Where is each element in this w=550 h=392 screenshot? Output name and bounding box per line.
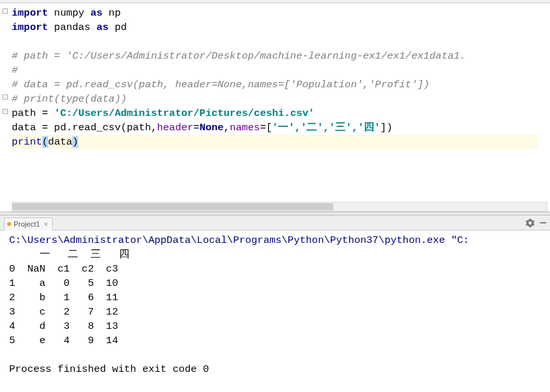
minimize-icon[interactable]: — (540, 217, 546, 229)
fold-gutter: - - - (0, 6, 9, 143)
comment-line: # (12, 64, 18, 76)
keyword-as: as (90, 7, 103, 19)
module-name: pandas (48, 21, 96, 33)
builtin-print: print (12, 136, 42, 148)
code-text: ]) (380, 122, 392, 133)
fold-marker-icon[interactable]: - (3, 109, 8, 114)
matched-paren: ( (42, 136, 48, 148)
code-text: =[ (260, 122, 272, 133)
tab-label: Project1 (14, 220, 40, 228)
output-row: 4 d 3 8 13 (9, 320, 118, 332)
keyword-import: import (12, 7, 48, 19)
output-row: 5 e 4 9 14 (9, 335, 118, 346)
run-status-dot-icon (7, 222, 11, 226)
alias-name: np (103, 7, 121, 19)
run-tab[interactable]: Project1 × (4, 217, 53, 231)
gear-icon[interactable] (526, 219, 534, 227)
console-output[interactable]: C:\Users\Administrator\AppData\Local\Pro… (0, 231, 550, 392)
scrollbar-thumb[interactable] (12, 203, 333, 210)
exit-message: Process finished with exit code 0 (9, 363, 209, 375)
code-text: path = (12, 107, 54, 119)
code-content[interactable]: import numpy as np import pandas as pd #… (0, 6, 550, 149)
param-name: header (157, 122, 193, 133)
string-literal: '一','二','三','四' (272, 122, 380, 133)
alias-name: pd (109, 21, 127, 33)
matched-paren: ) (72, 136, 78, 148)
fold-marker-icon[interactable]: - (3, 94, 8, 100)
module-name: numpy (48, 7, 90, 19)
code-text: , (224, 122, 230, 133)
output-row: 1 a 0 5 10 (9, 277, 118, 289)
none-literal: None (199, 122, 223, 133)
horizontal-scrollbar[interactable] (12, 202, 547, 212)
close-icon[interactable]: × (44, 220, 48, 228)
string-literal: 'C:/Users/Administrator/Pictures/ceshi.c… (54, 107, 314, 119)
code-text: = (193, 122, 199, 133)
code-editor[interactable]: - - - import numpy as np import pandas a… (0, 3, 550, 212)
keyword-as: as (96, 21, 109, 33)
current-line-highlight: print(data) (12, 135, 538, 149)
interpreter-path: C:\Users\Administrator\AppData\Local\Pro… (9, 234, 469, 246)
code-text: data = pd.read_csv(path, (12, 122, 157, 133)
tab-bar-actions: — (526, 217, 546, 229)
identifier: data (48, 136, 72, 148)
keyword-import: import (12, 21, 48, 33)
output-header: 一 二 三 四 (9, 249, 130, 260)
console-tab-bar: Project1 × — (0, 216, 550, 231)
comment-line: # print(type(data)) (12, 93, 127, 105)
output-row: 0 NaN c1 c2 c3 (9, 263, 118, 275)
comment-line: # data = pd.read_csv(path, header=None,n… (12, 79, 430, 91)
fold-marker-icon[interactable]: - (3, 8, 8, 14)
comment-line: # path = 'C:/Users/Administrator/Desktop… (12, 50, 466, 62)
output-row: 2 b 1 6 11 (9, 292, 118, 303)
output-row: 3 c 2 7 12 (9, 306, 118, 318)
param-name: names (230, 122, 260, 133)
